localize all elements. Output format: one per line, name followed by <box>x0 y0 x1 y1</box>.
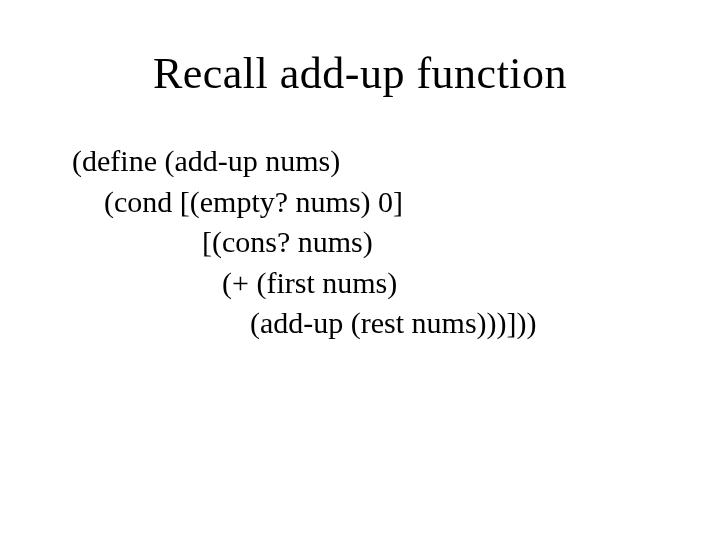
code-line-3: [(cons? nums) <box>72 222 648 263</box>
code-line-2: (cond [(empty? nums) 0] <box>72 182 648 223</box>
slide-title: Recall add-up function <box>72 48 648 99</box>
code-line-1: (define (add-up nums) <box>72 141 648 182</box>
code-line-4: (+ (first nums) <box>72 263 648 304</box>
code-block: (define (add-up nums) (cond [(empty? num… <box>72 141 648 344</box>
code-line-5: (add-up (rest nums)))])) <box>72 303 648 344</box>
slide: Recall add-up function (define (add-up n… <box>0 0 720 344</box>
